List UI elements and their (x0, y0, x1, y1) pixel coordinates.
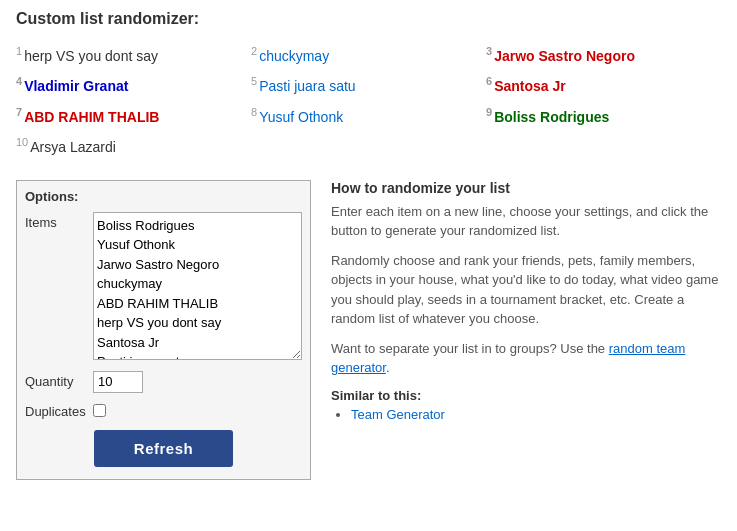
quantity-label: Quantity (25, 371, 93, 389)
main-area: Options: Items Boliss Rodrigues Yusuf Ot… (16, 180, 721, 480)
info-para1: Enter each item on a new line, choose yo… (331, 202, 721, 241)
quantity-row: Quantity (25, 371, 302, 393)
similar-title: Similar to this: (331, 388, 721, 403)
duplicates-checkbox[interactable] (93, 404, 106, 417)
result-item: 10Arsya Lazardi (16, 133, 251, 159)
options-panel: Options: Items Boliss Rodrigues Yusuf Ot… (16, 180, 311, 480)
info-para3: Want to separate your list in to groups?… (331, 339, 721, 378)
items-row: Items Boliss Rodrigues Yusuf Othonk Jarw… (25, 212, 302, 363)
duplicates-row: Duplicates (25, 401, 302, 420)
duplicates-control (93, 401, 302, 420)
similar-list: Team Generator (331, 407, 721, 422)
result-item: 8Yusuf Othonk (251, 103, 486, 129)
result-item: 9Boliss Rodrigues (486, 103, 721, 129)
info-para2: Randomly choose and rank your friends, p… (331, 251, 721, 329)
items-label: Items (25, 212, 93, 230)
result-item: 1herp VS you dont say (16, 42, 251, 68)
result-item: 4Vladimir Granat (16, 72, 251, 98)
result-item: 3Jarwo Sastro Negoro (486, 42, 721, 68)
similar-item: Team Generator (351, 407, 721, 422)
info-panel: How to randomize your list Enter each it… (331, 180, 721, 480)
info-para3-suffix: . (386, 360, 390, 375)
info-para3-prefix: Want to separate your list in to groups?… (331, 341, 609, 356)
items-control: Boliss Rodrigues Yusuf Othonk Jarwo Sast… (93, 212, 302, 363)
quantity-input[interactable] (93, 371, 143, 393)
info-title: How to randomize your list (331, 180, 721, 196)
results-list: 1herp VS you dont say2chuckymay3Jarwo Sa… (16, 42, 721, 160)
page-title: Custom list randomizer: (16, 10, 721, 28)
result-item: 2chuckymay (251, 42, 486, 68)
result-item: 7ABD RAHIM THALIB (16, 103, 251, 129)
options-label: Options: (25, 189, 302, 204)
duplicates-label: Duplicates (25, 401, 93, 419)
similar-link[interactable]: Team Generator (351, 407, 445, 422)
result-item: 6Santosa Jr (486, 72, 721, 98)
result-item: 5Pasti juara satu (251, 72, 486, 98)
quantity-control (93, 371, 302, 393)
items-textarea[interactable]: Boliss Rodrigues Yusuf Othonk Jarwo Sast… (93, 212, 302, 360)
refresh-button[interactable]: Refresh (94, 430, 233, 467)
